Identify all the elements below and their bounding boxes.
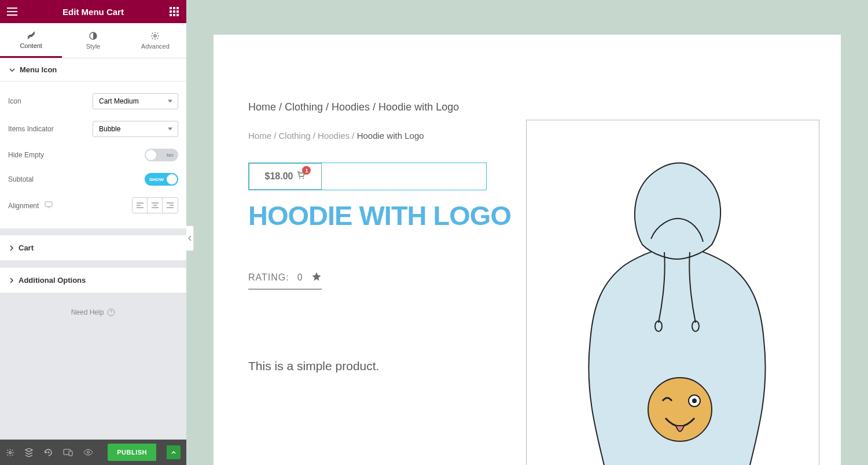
align-center-button[interactable]: [148, 198, 163, 213]
svg-rect-6: [170, 14, 172, 16]
svg-rect-11: [45, 202, 52, 206]
sidebar-header: Edit Menu Cart: [0, 0, 186, 23]
svg-rect-8: [176, 14, 179, 16]
history-icon[interactable]: [44, 448, 53, 457]
product-image[interactable]: [526, 120, 819, 465]
publish-options-button[interactable]: [167, 445, 181, 459]
collapse-panel-button[interactable]: [186, 226, 194, 251]
menu-cart-widget[interactable]: $18.00 1: [248, 163, 487, 190]
svg-rect-2: [176, 7, 179, 9]
bc-hoodies[interactable]: Hoodies: [318, 131, 350, 141]
chevron-left-icon: [188, 235, 192, 241]
hide-empty-label: Hide Empty: [8, 151, 145, 159]
cart-icon: 1: [296, 171, 306, 182]
indicator-select[interactable]: Bubble: [93, 121, 178, 137]
caret-right-icon: [9, 278, 14, 283]
svg-rect-3: [170, 10, 172, 13]
cart-subtotal: $18.00: [265, 171, 293, 182]
section-additional-options[interactable]: Additional Options: [0, 268, 186, 293]
panel-title: Edit Menu Cart: [62, 7, 124, 17]
tab-advanced[interactable]: Advanced: [124, 23, 186, 58]
indicator-label: Items Indicator: [8, 125, 93, 133]
icon-label: Icon: [8, 97, 93, 105]
subtotal-toggle[interactable]: SHOW: [145, 173, 178, 186]
align-left-button[interactable]: [133, 198, 148, 213]
svg-rect-5: [176, 10, 179, 13]
sidebar-footer: PUBLISH: [0, 440, 186, 465]
hide-empty-toggle[interactable]: NO: [145, 149, 178, 161]
svg-rect-15: [69, 451, 72, 456]
star-icon: [311, 271, 322, 284]
menu-cart-button[interactable]: $18.00 1: [249, 163, 322, 190]
editor-sidebar: Edit Menu Cart Content Style Advanced Me…: [0, 0, 186, 465]
caret-down-icon: [9, 67, 15, 73]
svg-point-13: [9, 451, 12, 453]
svg-point-16: [87, 451, 90, 453]
icon-select[interactable]: Cart Medium: [93, 93, 178, 109]
svg-rect-0: [170, 7, 172, 9]
help-icon: [107, 308, 115, 316]
product-rating: RATING: 0: [248, 271, 322, 290]
section-cart[interactable]: Cart: [0, 235, 186, 261]
settings-tabs: Content Style Advanced: [0, 23, 186, 58]
svg-point-18: [303, 178, 304, 179]
svg-point-10: [154, 35, 156, 37]
subtotal-label: Subtotal: [8, 175, 145, 183]
preview-icon[interactable]: [83, 449, 93, 456]
responsive-icon[interactable]: [45, 202, 53, 210]
svg-rect-1: [173, 7, 175, 9]
svg-rect-4: [173, 10, 175, 13]
bc-current: Hoodie with Logo: [357, 131, 424, 141]
rating-value: 0: [297, 272, 303, 283]
alignment-buttons: [132, 197, 178, 213]
bc-clothing[interactable]: Clothing: [279, 131, 311, 141]
bc-home[interactable]: Home: [248, 131, 271, 141]
hamburger-menu-icon[interactable]: [6, 5, 19, 18]
navigator-icon[interactable]: [25, 448, 34, 457]
svg-point-23: [692, 398, 697, 403]
publish-button[interactable]: PUBLISH: [108, 444, 156, 461]
svg-rect-7: [173, 14, 175, 16]
caret-right-icon: [9, 245, 14, 251]
breadcrumb-main[interactable]: Home / Clothing / Hoodies / Hoodie with …: [248, 101, 806, 113]
alignment-label: Alignment: [8, 201, 132, 210]
preview-canvas: Home / Clothing / Hoodies / Hoodie with …: [186, 0, 868, 465]
responsive-mode-icon[interactable]: [63, 449, 73, 456]
cart-count-badge: 1: [302, 166, 311, 175]
settings-icon[interactable]: [6, 448, 14, 457]
align-right-button[interactable]: [163, 198, 178, 213]
need-help-link[interactable]: Need Help: [0, 293, 186, 331]
tab-content[interactable]: Content: [0, 23, 62, 58]
widgets-grid-icon[interactable]: [168, 5, 181, 18]
svg-point-17: [299, 178, 300, 179]
tab-style[interactable]: Style: [62, 23, 124, 58]
page-content: Home / Clothing / Hoodies / Hoodie with …: [214, 35, 841, 465]
menu-icon-controls: Icon Cart Medium Items Indicator Bubble …: [0, 82, 186, 228]
section-menu-icon[interactable]: Menu Icon: [0, 58, 186, 82]
